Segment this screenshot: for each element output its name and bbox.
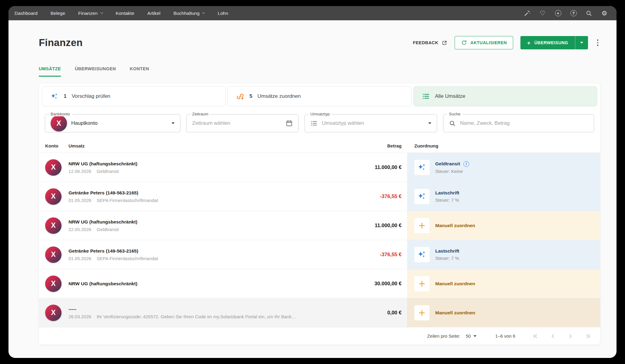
assignment-cell[interactable]: Manuell zuordnen (407, 211, 600, 240)
next-page-button[interactable] (567, 333, 573, 339)
top-navigation: Dashboard Belege Finanzen Kontakte Artik… (8, 6, 617, 20)
bank-logo: X (45, 159, 62, 176)
bank-logo: X (45, 188, 62, 205)
search-icon[interactable] (585, 10, 593, 17)
transaction-amount: 11.000,00 € (329, 223, 402, 229)
table-body: X NRW UG (haftungsbeschränkt) 12.06.2026… (39, 153, 600, 327)
ai-sparkles-icon (417, 250, 426, 259)
transaction-type-select[interactable]: Umsatztyp Umsatztyp wählen (305, 114, 437, 132)
chevron-down-icon (473, 335, 476, 337)
bank-logo: X (45, 305, 62, 321)
transaction-amount: 30.000,00 € (329, 281, 402, 287)
nav-item-finanzen[interactable]: Finanzen (78, 11, 103, 16)
transaction-amount: -376,55 € (329, 194, 402, 200)
assignment-icon-box (414, 189, 429, 204)
heart-icon[interactable]: ♡ (539, 10, 546, 17)
transaction-amount: 11.000,00 € (329, 164, 402, 170)
transaction-amount: -376,55 € (329, 252, 402, 258)
bank-logo: X (45, 247, 62, 263)
rows-per-page-select[interactable]: 50 (466, 333, 476, 339)
transaction-purpose: Ihr Verifizierungscode: 420572. Geben Si… (97, 314, 296, 319)
table-row[interactable]: X NRW UG (haftungsbeschränkt) 12.06.2026… (39, 153, 600, 182)
more-options-button[interactable] (595, 38, 600, 47)
assignment-title: Manuell zuordnen (435, 223, 475, 228)
tab-konten[interactable]: KONTEN (130, 66, 149, 77)
rows-per-page-label: Zeilen pro Seite: (427, 333, 460, 339)
nav-item-belege[interactable]: Belege (51, 11, 65, 16)
transfer-button[interactable]: + ÜBERWEISUNG (520, 36, 575, 49)
tab-bar: UMSÄTZE ÜBERWEISUNGEN KONTEN (39, 66, 600, 77)
transaction-title: NRW UG (haftungsbeschränkt) (69, 161, 329, 167)
assignment-subtitle: Steuer: 7 % (435, 197, 459, 203)
last-page-button[interactable] (585, 333, 591, 339)
assignment-icon-box (414, 218, 429, 233)
assignment-cell[interactable]: Lastschrift Steuer: 7 % (407, 240, 600, 269)
nav-item-lohn[interactable]: Lohn (218, 11, 228, 16)
table-row[interactable]: X Getränke Peters (149-563-2165) 01.05.2… (39, 240, 600, 269)
assignment-icon-box (414, 160, 429, 175)
transaction-title: ----- (69, 306, 329, 312)
first-page-button[interactable] (532, 333, 538, 339)
transaction-title: NRW UG (haftungsbeschränkt) (69, 281, 329, 286)
assignment-cell[interactable]: Manuell zuordnen (407, 269, 600, 298)
transaction-purpose: Geldtransit (97, 169, 119, 174)
transaction-date: 01.05.2026 (69, 198, 91, 203)
plus-icon: + (527, 40, 531, 46)
transaction-purpose: SEPA Firmenlastschriftmandat (97, 198, 158, 203)
transaction-title: Getränke Peters (149-563-2165) (69, 190, 329, 196)
search-input[interactable]: Suche Name, Zweck, Betrag (443, 114, 594, 132)
assignment-title: Lastschrift (435, 248, 459, 254)
bank-logo: X (45, 217, 62, 234)
assignment-cell[interactable]: Lastschrift Steuer: 7 % (407, 182, 600, 211)
transaction-date: 01.05.2026 (69, 256, 91, 261)
assignment-cell[interactable]: Geldtransit i Steuer: Keine (407, 153, 600, 182)
chevron-down-icon (172, 122, 175, 124)
page-title: Finanzen (39, 37, 83, 48)
transfer-dropdown-button[interactable] (575, 36, 588, 49)
nav-item-artikel[interactable]: Artikel (147, 11, 160, 16)
transaction-date: 22.05.2026 (69, 227, 91, 232)
quick-filter-bar: 1 Vorschlag prüfen 5 Umsätze zuordnen (42, 86, 597, 106)
gear-icon[interactable]: ⚙ (601, 10, 608, 17)
plus-icon (418, 222, 426, 230)
plus-icon (418, 280, 426, 288)
bank-logo: X (51, 115, 67, 131)
page-content: Finanzen FEEDBACK AKTUALISIEREN (8, 20, 617, 358)
nav-item-buchhaltung[interactable]: Buchhaltung (173, 11, 205, 16)
pagination-range: 1–6 von 6 (495, 333, 515, 339)
link-plus-icon (236, 92, 244, 101)
magic-wand-icon[interactable] (523, 10, 531, 17)
list-icon (422, 92, 430, 100)
assignment-title: Manuell zuordnen (435, 281, 475, 286)
assignment-cell[interactable]: Manuell zuordnen (407, 298, 600, 327)
search-icon (449, 120, 456, 127)
tab-umsaetze[interactable]: UMSÄTZE (39, 66, 61, 77)
table-row[interactable]: X Getränke Peters (149-563-2165) 01.05.2… (39, 182, 600, 211)
assignment-subtitle: Steuer: 7 % (435, 256, 459, 261)
nav-item-kontakte[interactable]: Kontakte (116, 11, 134, 16)
transaction-title: Getränke Peters (149-563-2165) (69, 248, 329, 254)
pagination-bar: Zeilen pro Seite: 50 1–6 von 6 (39, 327, 600, 345)
quick-filter-vorschlag[interactable]: 1 Vorschlag prüfen (42, 86, 226, 106)
date-range-input[interactable]: Zeitraum Zeitraum wählen (186, 114, 299, 132)
column-header-betrag: Betrag (329, 143, 402, 148)
app-window: Dashboard Belege Finanzen Kontakte Artik… (8, 6, 617, 358)
refresh-button[interactable]: AKTUALISIEREN (455, 36, 513, 49)
table-row[interactable]: X NRW UG (haftungsbeschränkt) 22.05.2026… (39, 211, 600, 240)
table-row[interactable]: X ----- 26.03.2026 Ihr Verifizierungscod… (39, 298, 600, 327)
table-row[interactable]: X NRW UG (haftungsbeschränkt) 30.000,00 … (39, 269, 600, 298)
feedback-button[interactable]: FEEDBACK (413, 40, 447, 46)
previous-page-button[interactable] (550, 333, 556, 339)
filter-bar: Bankkonto X Hauptkonto Zeitraum Zeitraum… (45, 114, 594, 132)
assignment-icon-box (414, 247, 429, 262)
plus-circle-icon[interactable]: + (554, 10, 562, 17)
tab-ueberweisungen[interactable]: ÜBERWEISUNGEN (75, 66, 116, 77)
help-circle-icon[interactable]: ? (570, 10, 577, 17)
nav-item-dashboard[interactable]: Dashboard (15, 11, 38, 16)
quick-filter-alle-umsaetze[interactable]: Alle Umsätze (413, 86, 597, 106)
transaction-title: NRW UG (haftungsbeschränkt) (69, 219, 329, 225)
info-icon[interactable]: i (463, 161, 469, 167)
quick-filter-zuordnen[interactable]: 5 Umsätze zuordnen (228, 86, 411, 106)
ai-sparkles-icon (417, 163, 426, 172)
bank-account-select[interactable]: Bankkonto X Hauptkonto (45, 114, 180, 132)
